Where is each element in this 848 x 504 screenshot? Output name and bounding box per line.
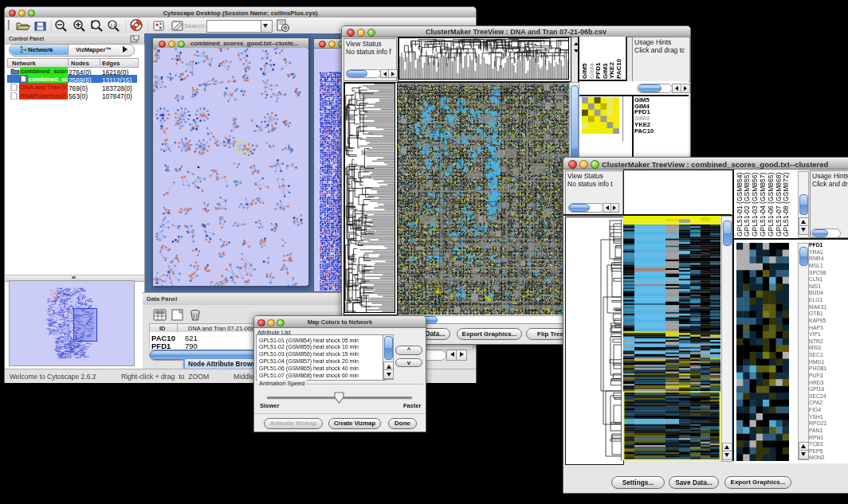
svg-text:1:1: 1:1 bbox=[110, 23, 116, 28]
